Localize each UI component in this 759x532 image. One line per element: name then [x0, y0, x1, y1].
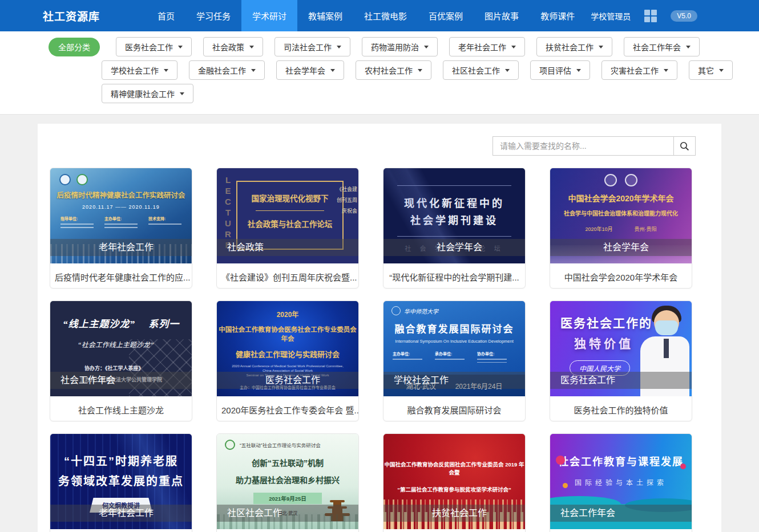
filter-label: 社会学年会: [285, 64, 325, 76]
filter-drug-abuse-prevention[interactable]: 药物滥用防治: [362, 37, 438, 56]
filter-community-social-work[interactable]: 社区社会工作: [443, 60, 519, 80]
poster-title: “第二届社会工作教育参与脱贫攻坚学术研讨会”: [383, 485, 525, 493]
nav-item-teaching-cases[interactable]: 教辅案例: [297, 0, 353, 31]
grid-square: [651, 10, 657, 15]
poster-title: 社会工作教育与课程发展: [550, 453, 692, 468]
chevron-down-icon: [251, 69, 256, 72]
filter-poverty-social-work[interactable]: 扶贫社会工作: [536, 37, 612, 56]
organizer-label: 协办单位:: [477, 351, 507, 356]
filter-label: 老年社会工作: [458, 41, 506, 52]
chevron-down-icon: [505, 69, 510, 72]
nav-item-teacher-courseware[interactable]: 教师课件: [530, 0, 586, 31]
poster-title: 务领域改革发展的重点: [50, 472, 192, 489]
nav-item-home[interactable]: 首页: [147, 0, 185, 31]
filter-row-3: 精神健康社会工作: [102, 84, 759, 103]
poster-date: 2021年9月25日: [253, 493, 322, 504]
filter-rural-social-work[interactable]: 农村社会工作: [356, 60, 431, 80]
filter-label: 学校社会工作: [111, 64, 159, 76]
chevron-down-icon: [719, 69, 724, 72]
category-tag: 学校社会工作: [383, 372, 525, 389]
category-tag: 扶贫社会工作: [383, 505, 525, 522]
organizer-col: 主办单位:: [104, 216, 138, 228]
logo-icon: [225, 440, 235, 450]
tag-label: 社会学年会: [437, 242, 482, 252]
decor: [680, 464, 686, 469]
resource-card[interactable]: 医务社会工作的 独特价值 中国人民大学 医务社会工作 医务社会工作的独特价值: [550, 300, 692, 421]
category-tag: 医务社会工作: [550, 372, 692, 389]
filter-elderly-social-work[interactable]: 老年社会工作: [449, 37, 525, 56]
filter-label: 其它: [698, 64, 714, 76]
filter-medical-social-work[interactable]: 医务社会工作: [116, 37, 192, 56]
card-thumbnail: 现代化新征程中的 社会学期刊建设 社 会 学 期 刊 论 坛 社会学年会: [383, 168, 525, 263]
filter-financial-social-work[interactable]: 金融社会工作: [189, 60, 265, 80]
filter-social-policy[interactable]: 社会政策: [203, 37, 263, 56]
chevron-down-icon: [178, 46, 183, 48]
chevron-down-icon: [330, 69, 335, 72]
card-thumbnail: “五社联动”社会工作理论与实务研讨会 创新“五社联动”机制 助力基层社会治理和乡…: [217, 434, 358, 529]
nav-item-learning-tasks[interactable]: 学习任务: [185, 0, 241, 31]
filter-label: 医务社会工作: [125, 41, 173, 52]
filter-other[interactable]: 其它: [689, 60, 733, 80]
organizer-col: 协办单位:: [477, 351, 507, 363]
university-name: 华中师范大学: [404, 307, 438, 315]
resource-card[interactable]: 2020年 中国社会工作教育协会医务社会工作专业委员会年会 健康社会工作理论与实…: [216, 300, 359, 421]
card-title: 何文炯教授讲座：“十四五”时期养...: [50, 529, 192, 532]
logo-icon: [76, 174, 88, 185]
filter-sociology-annual[interactable]: 社会学年会: [276, 60, 344, 80]
category-tag: 社会工作年会: [550, 505, 692, 522]
all-categories-button[interactable]: 全部分类: [49, 38, 100, 56]
resource-card[interactable]: 社会工作教育与课程发展 国际经验与本土探索 社会工作年会 社会工作教育与课程发展…: [550, 433, 692, 532]
filter-judicial-social-work[interactable]: 司法社会工作: [274, 37, 350, 56]
chevron-down-icon: [664, 69, 668, 72]
filter-mental-health-social-work[interactable]: 精神健康社会工作: [102, 84, 193, 103]
poster-organizers: 指导单位: 主办单位: 技术支持:: [50, 210, 192, 228]
resource-card[interactable]: “十四五”时期养老服 务领域改革发展的重点 何文炯教授讲 老年社会工作 何文炯教…: [50, 433, 192, 532]
nav-item-academic-seminar[interactable]: 学术研讨: [241, 0, 297, 31]
grid-square: [651, 17, 657, 22]
nav-item-picture-stories[interactable]: 图片故事: [474, 0, 530, 31]
search-row: [50, 136, 696, 156]
card-thumbnail: LECTURE 国家治理现代化视野下 社会政策与社会工作论坛 《社会建 创刊五周…: [217, 168, 358, 263]
filter-label: 社会工作年会: [633, 41, 681, 52]
search-input[interactable]: [492, 136, 674, 156]
resource-card[interactable]: LECTURE 国家治理现代化视野下 社会政策与社会工作论坛 《社会建 创刊五周…: [216, 168, 359, 289]
organizer-label: 主办单位:: [104, 216, 138, 221]
chevron-down-icon: [599, 46, 603, 48]
filter-project-evaluation[interactable]: 项目评估: [530, 60, 590, 80]
poster-header-text: “五社联动”社会工作理论与实务研讨会: [240, 441, 321, 448]
resource-card[interactable]: 中国社会工作教育协会反贫困社会工作专业委员会 2019 年会暨 “第二届社会工作…: [383, 433, 526, 532]
card-title: 社会工作线上主题沙龙: [50, 396, 192, 421]
resource-card[interactable]: “线上主题沙龙” 系列一 “社会工作线上主题沙龙” 协办方：《社工学人茶座》 主…: [50, 300, 192, 421]
resource-card[interactable]: 华中师范大学 融合教育发展国际研讨会 International Symposi…: [383, 300, 526, 421]
resource-card[interactable]: 现代化新征程中的 社会学期刊建设 社 会 学 期 刊 论 坛 社会学年会 “现代…: [383, 168, 526, 289]
card-thumbnail: 2020年 中国社会工作教育协会医务社会工作专业委员会年会 健康社会工作理论与实…: [217, 301, 358, 396]
main-content-panel: 后疫情时代精神健康社会工作实践研讨会 2020.11.17 —— 2020.11…: [38, 124, 721, 532]
poster-title: 中国社会学会2020年学术年会: [550, 192, 692, 204]
resource-card[interactable]: 中国社会学会2020年学术年会 社会学与中国社会治理体系和治理能力现代化 202…: [550, 168, 692, 289]
category-tag: 老年社会工作: [50, 239, 192, 256]
user-role-label[interactable]: 学校管理员: [591, 10, 631, 22]
apps-grid-icon[interactable]: [644, 10, 657, 22]
decor: [60, 224, 94, 225]
nav-item-top100-cases[interactable]: 百优案例: [418, 0, 474, 31]
resource-card[interactable]: 后疫情时代精神健康社会工作实践研讨会 2020.11.17 —— 2020.11…: [50, 168, 192, 289]
search-button[interactable]: [673, 136, 696, 156]
card-title: 社会工作教育与课程发展：国际经...: [550, 529, 692, 532]
top-navbar: 社工资源库 首页 学习任务 学术研讨 教辅案例 社工微电影 百优案例 图片故事 …: [0, 0, 759, 31]
card-title: “现代化新征程中的社会学期刊建...: [383, 263, 525, 288]
card-thumbnail: “十四五”时期养老服 务领域改革发展的重点 何文炯教授讲 老年社会工作: [50, 434, 192, 529]
poster-title: 后疫情时代精神健康社会工作实践研讨会: [50, 189, 192, 200]
resource-card[interactable]: “五社联动”社会工作理论与实务研讨会 创新“五社联动”机制 助力基层社会治理和乡…: [216, 433, 359, 532]
tag-label: 学校社会工作: [394, 375, 449, 385]
filter-school-social-work[interactable]: 学校社会工作: [102, 60, 177, 80]
filter-social-work-annual[interactable]: 社会工作年会: [624, 37, 700, 56]
poster-subtitle: 社会学与中国社会治理体系和治理能力现代化: [550, 209, 692, 217]
tag-label: 医务社会工作: [265, 375, 320, 385]
decor: [393, 359, 422, 360]
poster-title: 中国社会工作教育协会医务社会工作专业委员会年会: [217, 324, 358, 343]
filter-disaster-social-work[interactable]: 灾害社会工作: [601, 60, 677, 80]
tag-label: 社会工作年会: [560, 508, 615, 518]
organizer-col: 承办单位:: [435, 351, 465, 363]
nav-item-micro-films[interactable]: 社工微电影: [353, 0, 418, 31]
chevron-down-icon: [424, 46, 429, 48]
